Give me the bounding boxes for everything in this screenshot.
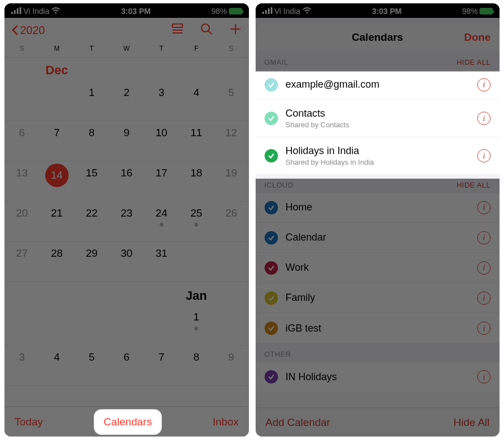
svg-rect-2 [17,8,18,14]
svg-rect-14 [268,8,270,14]
checkmark-icon[interactable] [265,112,278,125]
weekday-label: T [144,45,179,52]
day-cell[interactable]: 27 [4,242,40,282]
back-year: 2020 [20,24,45,37]
calendars-settings-phone: Vi India 3:03 PM 98% Calendars Done GMAI… [256,3,500,437]
back-button[interactable]: 2020 [11,24,45,37]
calendars-sheet: Calendars Done GMAILHIDE ALLexample@gmai… [256,23,500,437]
calendar-row[interactable]: IN Holidaysi [256,362,500,392]
day-cell[interactable]: 1 [179,305,214,346]
calendar-row[interactable]: Familyi [256,283,500,313]
info-icon[interactable]: i [477,261,491,275]
today-button[interactable]: Today [15,416,43,428]
svg-rect-0 [11,12,13,14]
day-cell[interactable]: 13 [4,161,40,202]
inbox-button[interactable]: Inbox [213,416,238,428]
day-cell[interactable]: 15 [74,161,109,202]
weekday-label: M [40,45,75,52]
calendar-row[interactable]: ContactsShared by Contactsi [256,100,500,137]
day-cell[interactable]: 18 [179,161,214,202]
checkmark-icon[interactable] [265,78,278,92]
day-cell[interactable]: 4 [40,346,75,386]
day-cell[interactable]: 28 [40,242,75,282]
checkmark-icon[interactable] [265,322,278,335]
calendar-row[interactable]: iGB testi [256,313,500,343]
info-icon[interactable]: i [477,149,491,162]
day-cell[interactable]: 20 [4,202,40,242]
battery-percent: 98% [462,7,478,16]
day-cell[interactable]: 31 [144,242,179,282]
svg-rect-1 [14,10,16,14]
day-cell[interactable]: 9 [214,346,249,386]
day-cell[interactable]: 29 [74,242,109,282]
info-icon[interactable]: i [477,370,491,384]
day-cell[interactable]: 23 [109,202,145,242]
calendars-button[interactable]: Calendars [95,410,161,434]
battery-percent: 98% [211,7,227,16]
calendar-title: Work [286,262,470,274]
search-icon[interactable] [200,22,213,38]
checkmark-icon[interactable] [265,231,278,245]
calendar-subtitle: Shared by Holidays in India [286,158,470,166]
day-cell[interactable]: 5 [214,81,249,121]
day-cell[interactable]: 1 [74,81,109,121]
day-cell[interactable]: 10 [144,121,179,161]
calendar-row[interactable]: Homei [256,193,500,223]
carrier-label: Vi India [23,7,49,16]
day-cell[interactable]: 2 [109,81,145,121]
day-cell[interactable]: 6 [4,121,40,161]
calendar-row[interactable]: Worki [256,253,500,283]
day-cell[interactable]: 19 [214,161,249,202]
weekday-label: S [214,45,249,52]
info-icon[interactable]: i [477,231,491,245]
day-cell[interactable]: 7 [144,346,179,386]
svg-point-16 [306,12,308,14]
day-cell[interactable]: 24 [144,202,179,242]
day-cell[interactable]: 8 [179,346,214,386]
day-cell[interactable]: 21 [40,202,75,242]
day-cell[interactable]: 12 [214,121,249,161]
day-cell[interactable]: 26 [214,202,249,242]
calendar-row[interactable]: Calendari [256,223,500,253]
info-icon[interactable]: i [477,291,491,305]
day-cell[interactable]: 7 [40,121,75,161]
day-cell[interactable]: 8 [74,121,109,161]
signal-icon [262,7,272,16]
info-icon[interactable]: i [477,322,491,335]
info-icon[interactable]: i [477,78,491,92]
hide-all-button[interactable]: Hide All [454,416,489,429]
status-bar: Vi India 3:03 PM 98% [4,3,249,18]
section-name: ICLOUD [265,181,294,189]
calendar-row[interactable]: Holidays in IndiaShared by Holidays in I… [256,137,500,174]
hide-all-section[interactable]: HIDE ALL [457,58,491,66]
checkmark-icon[interactable] [265,370,278,384]
day-cell[interactable]: 30 [109,242,145,282]
checkmark-icon[interactable] [265,291,278,305]
day-cell[interactable]: 17 [144,161,179,202]
status-bar: Vi India 3:03 PM 98% [256,3,500,18]
day-cell[interactable]: 14 [40,161,75,202]
day-cell[interactable]: 25 [179,202,214,242]
done-button[interactable]: Done [464,31,491,44]
day-cell[interactable]: 3 [144,81,179,121]
checkmark-icon[interactable] [265,261,278,275]
add-calendar-button[interactable]: Add Calendar [266,416,330,429]
list-view-icon[interactable] [171,22,184,38]
day-cell[interactable]: 9 [109,121,145,161]
section-name: OTHER [265,350,291,358]
checkmark-icon[interactable] [265,201,278,214]
day-cell[interactable]: 6 [109,346,145,386]
info-icon[interactable]: i [477,112,491,125]
day-cell[interactable]: 3 [4,346,40,386]
day-cell[interactable]: 11 [179,121,214,161]
day-cell[interactable]: 16 [109,161,145,202]
calendar-nav: 2020 [4,18,249,42]
calendar-row[interactable]: example@gmail.comi [256,70,500,100]
day-cell[interactable]: 4 [179,81,214,121]
day-cell[interactable]: 22 [74,202,109,242]
info-icon[interactable]: i [477,201,491,214]
add-event-icon[interactable] [229,22,242,38]
checkmark-icon[interactable] [265,149,278,162]
hide-all-section[interactable]: HIDE ALL [457,181,491,189]
day-cell[interactable]: 5 [74,346,109,386]
